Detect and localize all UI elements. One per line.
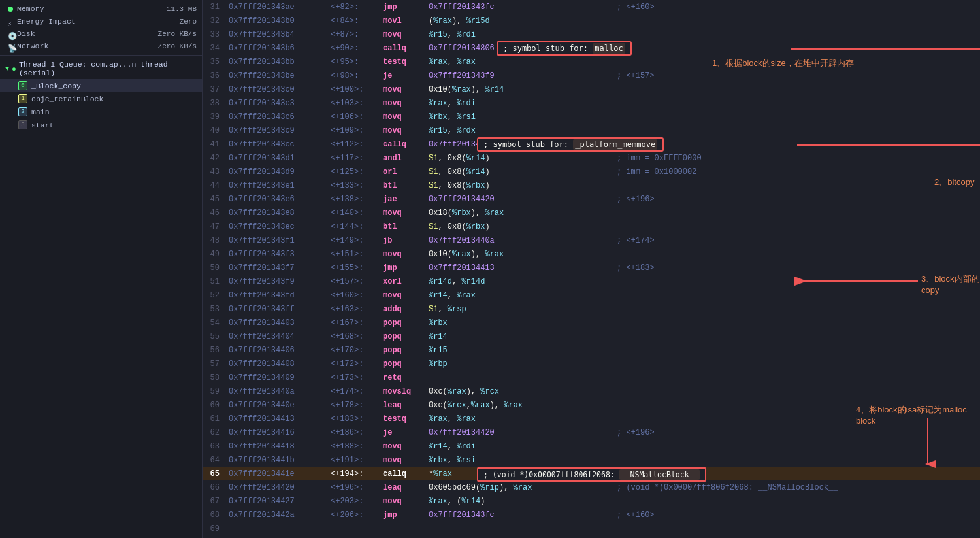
asm-operands: %rax, %rdi xyxy=(429,96,612,110)
asm-address: 0x7fff201343f3 xyxy=(226,247,331,261)
line-number: 33 xyxy=(203,27,226,41)
asm-row: 650x7fff2013441e<+194>:callq*%rax xyxy=(203,467,980,480)
asm-address: 0x7fff201343f1 xyxy=(226,233,331,247)
asm-mnemonic: movq xyxy=(383,453,429,467)
asm-offset: <+98>: xyxy=(331,69,383,82)
frame-2[interactable]: 2 main xyxy=(0,105,202,118)
asm-comment xyxy=(612,494,980,508)
asm-mnemonic: movq xyxy=(383,96,429,110)
asm-offset: <+188>: xyxy=(331,439,383,453)
line-number: 42 xyxy=(203,151,226,165)
asm-operands: $1, 0x8(%rbx) xyxy=(429,220,612,233)
disk-label: Disk xyxy=(17,29,35,38)
asm-mnemonic: testq xyxy=(383,412,429,426)
frame-2-name: main xyxy=(31,108,50,116)
asm-operands: %rbx xyxy=(429,316,612,329)
frame-0-icon: 0 xyxy=(18,81,27,90)
asm-offset: <+173>: xyxy=(331,371,383,384)
line-number: 60 xyxy=(203,398,226,412)
asm-address: 0x7fff201343c6 xyxy=(226,110,331,124)
line-number: 63 xyxy=(203,439,226,453)
asm-row: 410x7fff201343cc<+112>:callq0x7fff201347… xyxy=(203,137,980,151)
asm-row: 620x7fff20134416<+186>:je0x7fff20134420;… xyxy=(203,426,980,439)
line-number: 43 xyxy=(203,165,226,178)
line-number: 37 xyxy=(203,82,226,96)
asm-comment xyxy=(612,275,980,288)
asm-mnemonic: movl xyxy=(383,14,429,27)
asm-comment xyxy=(612,14,980,27)
asm-mnemonic: movq xyxy=(383,288,429,302)
asm-offset: <+133>: xyxy=(331,178,383,192)
asm-row: 480x7fff201343f1<+149>:jb0x7fff2013440a;… xyxy=(203,233,980,247)
frame-1[interactable]: 1 objc_retainBlock xyxy=(0,92,202,105)
asm-row: 560x7fff20134406<+170>:popq%r15 xyxy=(203,343,980,357)
frame-2-icon: 2 xyxy=(18,107,27,116)
asm-offset: <+149>: xyxy=(331,233,383,247)
memory-label: Memory xyxy=(17,5,44,13)
asm-mnemonic: movq xyxy=(383,439,429,453)
disk-icon: 💿 xyxy=(8,31,13,37)
asm-operands: %r15, %rdi xyxy=(429,27,612,41)
asm-offset xyxy=(331,522,383,535)
line-number: 59 xyxy=(203,384,226,398)
asm-comment xyxy=(612,453,980,467)
asm-comment: ; <+174> xyxy=(612,233,980,247)
asm-operands: %rbx, %rsi xyxy=(429,110,612,124)
line-number: 54 xyxy=(203,316,226,329)
asm-operands: *%rax xyxy=(429,467,612,480)
asm-operands: 0x7fff201347fa xyxy=(429,137,612,151)
asm-row: 420x7fff201343d1<+117>:andl$1, 0x8(%r14)… xyxy=(203,151,980,165)
asm-operands: %rax, (%r14) xyxy=(429,494,612,508)
asm-address: 0x7fff201343c9 xyxy=(226,124,331,137)
frame-3[interactable]: 3 start xyxy=(0,118,202,131)
asm-comment xyxy=(612,439,980,453)
asm-mnemonic: popq xyxy=(383,357,429,371)
line-number: 55 xyxy=(203,329,226,343)
asm-offset: <+157>: xyxy=(331,275,383,288)
frame-3-icon: 3 xyxy=(18,120,27,129)
asm-row: 520x7fff201343fd<+160>:movq%r14, %rax xyxy=(203,288,980,302)
asm-comment xyxy=(612,27,980,41)
asm-address: 0x7fff201343fd xyxy=(226,288,331,302)
asm-row: 550x7fff20134404<+168>:popq%r14 xyxy=(203,329,980,343)
asm-comment xyxy=(612,82,980,96)
asm-offset: <+203>: xyxy=(331,494,383,508)
asm-offset: <+100>: xyxy=(331,82,383,96)
sidebar-energy: ⚡ Energy Impact Zero xyxy=(0,15,202,27)
frame-0[interactable]: 0 _Block_copy xyxy=(0,79,202,92)
asm-address: 0x7fff20134406 xyxy=(226,343,331,357)
asm-address: 0x7fff201343e8 xyxy=(226,206,331,220)
asm-address: 0x7fff201343e1 xyxy=(226,178,331,192)
asm-operands: 0xc(%rcx,%rax), %rax xyxy=(429,398,612,412)
asm-offset: <+109>: xyxy=(331,124,383,137)
sidebar: Memory 11.3 MB ⚡ Energy Impact Zero 💿 Di… xyxy=(0,0,203,538)
line-number: 39 xyxy=(203,110,226,124)
asm-operands: 0x7fff20134420 xyxy=(429,426,612,439)
line-number: 65 xyxy=(203,467,226,480)
asm-mnemonic: movq xyxy=(383,110,429,124)
asm-mnemonic: movq xyxy=(383,82,429,96)
asm-offset: <+172>: xyxy=(331,357,383,371)
line-number: 66 xyxy=(203,480,226,494)
asm-comment xyxy=(612,55,980,69)
asm-comment xyxy=(612,178,980,192)
asm-mnemonic: btl xyxy=(383,220,429,233)
code-scroll[interactable]: 310x7fff201343ae<+82>:jmp0x7fff201343fc;… xyxy=(203,0,980,538)
asm-offset: <+87>: xyxy=(331,27,383,41)
asm-operands: %r14, %rdi xyxy=(429,439,612,453)
asm-mnemonic: testq xyxy=(383,55,429,69)
asm-offset: <+125>: xyxy=(331,165,383,178)
thread-header: ▼ ● Thread 1 Queue: com.ap...n-thread (s… xyxy=(0,58,202,79)
asm-operands: %r14d, %r14d xyxy=(429,275,612,288)
asm-offset: <+183>: xyxy=(331,412,383,426)
asm-comment xyxy=(612,316,980,329)
asm-comment xyxy=(612,343,980,357)
asm-address: 0x7fff201343c0 xyxy=(226,82,331,96)
asm-mnemonic: movq xyxy=(383,494,429,508)
asm-comment: ; imm = 0xFFFF0000 xyxy=(612,151,980,165)
asm-operands: $1, 0x8(%rbx) xyxy=(429,178,612,192)
asm-offset: <+174>: xyxy=(331,384,383,398)
asm-row: 660x7fff20134420<+196>:leaq0x605bdc69(%r… xyxy=(203,480,980,494)
asm-address: 0x7fff201343b0 xyxy=(226,14,331,27)
asm-address: 0x7fff20134404 xyxy=(226,329,331,343)
